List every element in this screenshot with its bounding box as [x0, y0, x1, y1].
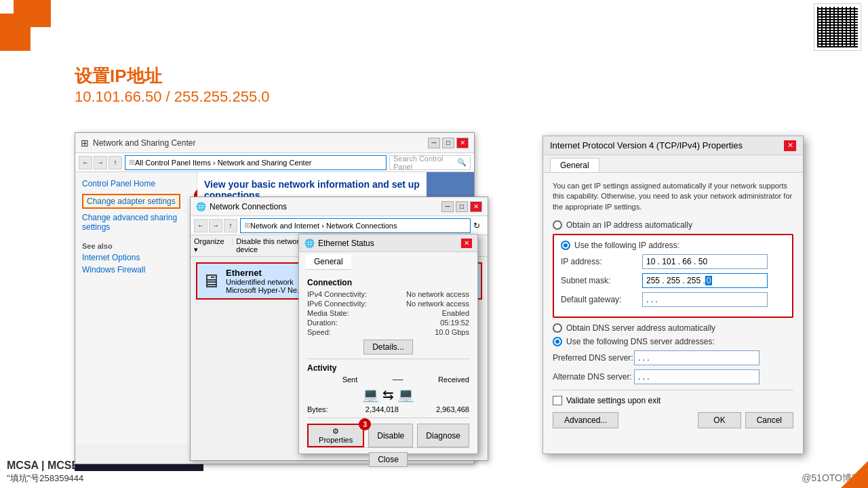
ip-manual-radio[interactable]: [561, 241, 570, 250]
nsc-minimize-btn[interactable]: ─: [428, 138, 440, 148]
ip-subnet-input[interactable]: 255 . 255 . 255 . 0: [642, 273, 768, 288]
qr-inner: [817, 7, 858, 47]
ip-ok-btn[interactable]: OK: [698, 412, 741, 428]
es-ipv6-row: IPv6 Connectivity: No network access: [307, 300, 469, 308]
es-speed-label: Speed:: [307, 328, 331, 336]
ip-preferred-dns-label: Preferred DNS server:: [553, 353, 634, 363]
es-details-btn[interactable]: Details...: [363, 340, 413, 354]
change-sharing-link[interactable]: Change advanced sharing settings: [82, 213, 190, 232]
nc-window-icon: 🌐: [196, 202, 206, 211]
es-recv-label: Received: [438, 375, 469, 384]
es-properties-icon: ⚙: [332, 427, 339, 435]
ip-subnet-label: Subnet mask:: [561, 276, 642, 285]
nsc-title-left: ⊞ Network and Sharing Center: [81, 138, 195, 148]
nc-close-btn[interactable]: ✕: [470, 201, 482, 212]
nc-address-path[interactable]: ⊞ Network and Internet › Network Connect…: [240, 218, 471, 233]
nc-minimize-btn[interactable]: ─: [441, 201, 454, 212]
nc-titlebar: 🌐 Network Connections ─ □ ✕: [191, 197, 488, 216]
ip-alternate-dns-label: Alternate DNS server:: [553, 372, 634, 382]
ethernet-status: Unidentified network: [226, 278, 303, 286]
es-duration-value: 05:19:52: [440, 319, 469, 327]
es-divider2: [307, 418, 469, 418]
ip-alternate-dns-input[interactable]: . . .: [634, 369, 760, 384]
ip-auto-dns-radio[interactable]: [553, 323, 562, 333]
ip-manual-dns-radio[interactable]: [553, 337, 562, 346]
ip-address-input[interactable]: 10 . 101 . 66 . 50: [642, 254, 768, 269]
es-disable-btn[interactable]: Disable: [368, 424, 413, 447]
nc-win-controls[interactable]: ─ □ ✕: [441, 201, 482, 212]
ip-separator: [553, 390, 793, 390]
es-media-value: Enabled: [442, 309, 469, 317]
ip-validate-row[interactable]: Validate settings upon exit: [553, 396, 793, 405]
logo-shape: [0, 0, 61, 51]
logo-rect2: [0, 14, 31, 51]
es-window-close-btn[interactable]: Close: [369, 452, 408, 467]
ip-preferred-dns-row: Preferred DNS server: . . .: [553, 350, 793, 365]
es-ipv4-row: IPv4 Connectivity: No network access: [307, 290, 469, 298]
change-adapter-settings-link[interactable]: Change adapter settings: [82, 194, 180, 209]
nsc-address-path[interactable]: ⊞ All Control Panel Items › Network and …: [125, 155, 387, 170]
ip-window-title: Internet Protocol Version 4 (TCP/IPv4) P…: [550, 140, 743, 150]
ip-gateway-input[interactable]: . . .: [642, 292, 768, 307]
nsc-window-icon: ⊞: [81, 138, 89, 148]
nsc-maximize-btn[interactable]: □: [442, 138, 454, 148]
nc-addressbar: ← → ↑ ⊞ Network and Internet › Network C…: [191, 216, 488, 235]
ip-auto-radio-row[interactable]: Obtain an IP address automatically: [553, 220, 793, 230]
ip-close-btn[interactable]: ✕: [784, 140, 796, 151]
control-panel-home-link[interactable]: Control Panel Home: [82, 179, 190, 188]
nc-maximize-btn[interactable]: □: [456, 201, 468, 212]
nc-nav-buttons[interactable]: ← → ↑: [194, 219, 237, 232]
ip-alternate-dns-row: Alternate DNS server: . . .: [553, 369, 793, 384]
nc-refresh-btn[interactable]: ↻: [473, 221, 484, 230]
ip-gateway-label: Default gateway:: [561, 295, 642, 304]
sub-title: 10.101.66.50 / 255.255.255.0: [75, 88, 269, 106]
es-duration-row: Duration: 05:19:52: [307, 319, 469, 327]
ip-description: You can get IP settings assigned automat…: [553, 181, 793, 212]
ip-validate-checkbox[interactable]: [553, 396, 562, 405]
nsc-up-btn[interactable]: ↑: [108, 156, 122, 169]
see-also-section: See also: [82, 242, 190, 250]
ip-titlebar: Internet Protocol Version 4 (TCP/IPv4) P…: [543, 136, 803, 155]
es-properties-wrapper: ⚙ Properties 3: [307, 424, 364, 447]
ip-auto-dns-row[interactable]: Obtain DNS server address automatically: [553, 323, 793, 333]
nsc-close-btn[interactable]: ✕: [456, 138, 469, 148]
nsc-win-controls[interactable]: ─ □ ✕: [428, 138, 469, 148]
ethernet-driver: Microsoft Hyper-V Ne...: [226, 286, 303, 294]
ip-footer: Advanced... OK Cancel: [553, 412, 793, 428]
es-properties-btn[interactable]: ⚙ Properties: [307, 424, 364, 447]
ip-manual-dns-row[interactable]: Use the following DNS server addresses:: [553, 337, 793, 346]
es-diagnose-btn[interactable]: Diagnose: [417, 424, 469, 447]
es-dash1: ──: [393, 375, 403, 384]
ip-general-tab[interactable]: General: [550, 158, 599, 172]
nc-window-title: Network Connections: [210, 202, 287, 211]
es-titlebar: 🌐 Ethernet Status ✕: [299, 235, 477, 252]
nc-organize-btn[interactable]: Organize ▾: [194, 237, 229, 254]
logo-area: [0, 0, 75, 54]
ip-subnet-highlight: 0: [705, 276, 713, 285]
ip-cancel-btn[interactable]: Cancel: [745, 412, 793, 428]
ip-manual-radio-row[interactable]: Use the following IP address:: [561, 241, 785, 250]
ethernet-info: Ethernet Unidentified network Microsoft …: [226, 268, 303, 294]
ip-auto-radio[interactable]: [553, 220, 562, 230]
es-general-tab[interactable]: General: [306, 254, 351, 270]
ip-preferred-dns-input[interactable]: . . .: [634, 350, 760, 365]
ip-body: You can get IP settings assigned automat…: [543, 173, 803, 436]
main-title: 设置IP地址: [75, 64, 269, 88]
nsc-nav-buttons[interactable]: ← → ↑: [79, 156, 122, 169]
nsc-back-btn[interactable]: ←: [79, 156, 92, 169]
nc-back-btn[interactable]: ←: [194, 219, 208, 232]
internet-options-link[interactable]: Internet Options: [82, 253, 190, 262]
es-body: Connection IPv4 Connectivity: No network…: [299, 270, 477, 472]
es-ipv4-value: No network access: [406, 290, 469, 298]
nsc-search-box[interactable]: Search Control Panel 🔍: [389, 155, 471, 170]
nsc-forward-btn[interactable]: →: [94, 156, 107, 169]
nc-up-btn[interactable]: ↑: [224, 219, 237, 232]
es-details-row: Details...: [307, 340, 469, 354]
nc-forward-btn[interactable]: →: [209, 219, 222, 232]
nsc-window-title: Network and Sharing Center: [93, 138, 195, 148]
es-close-btn[interactable]: ✕: [461, 239, 472, 248]
bottom-left-text: MCSA | MCSE "填坑"号258359444: [7, 460, 83, 485]
ethernet-icon: 🖥: [201, 270, 220, 292]
ip-advanced-btn[interactable]: Advanced...: [553, 412, 618, 428]
windows-firewall-link[interactable]: Windows Firewall: [82, 265, 190, 274]
